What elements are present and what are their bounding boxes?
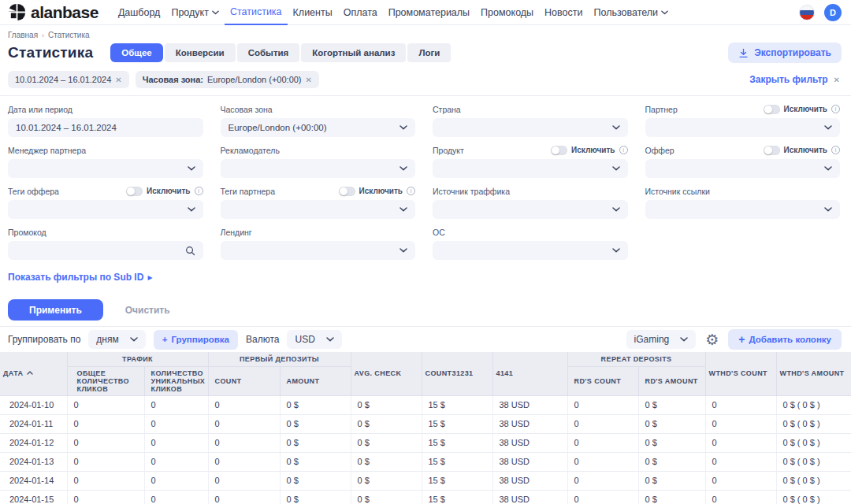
nav-item-4[interactable]: Оплата <box>338 0 383 25</box>
export-button[interactable]: Экспортировать <box>728 43 842 63</box>
tab-3[interactable]: Когортный анализ <box>301 43 406 62</box>
filter-field-12[interactable] <box>8 241 203 260</box>
chevron-down-icon <box>188 207 195 212</box>
clear-button[interactable]: Очистить <box>116 305 180 316</box>
nav-item-6[interactable]: Промокоды <box>475 0 539 25</box>
user-avatar[interactable]: D <box>824 4 842 21</box>
column-header[interactable]: WTHD'S AMOUNT <box>776 352 851 395</box>
close-icon[interactable]: ✕ <box>834 76 840 84</box>
nav-item-3[interactable]: Клиенты <box>288 0 338 25</box>
filter-5: Рекламодатель <box>221 144 416 178</box>
preset-select[interactable]: iGaming <box>626 330 697 349</box>
column-header[interactable]: ДАТА <box>0 352 67 395</box>
column-header[interactable]: КОЛИЧЕСТВО УНИКАЛЬНЫХ КЛИКОВ <box>144 366 208 395</box>
column-header[interactable]: COUNT <box>208 366 280 395</box>
column-header[interactable]: RD'S AMOUNT <box>638 366 705 395</box>
group-by-label: Группировать по <box>8 334 80 345</box>
column-header[interactable]: AVG. CHECK <box>351 352 422 395</box>
filter-label: Дата или период <box>8 105 72 114</box>
exclude-toggle[interactable] <box>764 105 780 114</box>
filter-field-8[interactable] <box>8 200 203 219</box>
page-title: Статистика <box>8 44 93 61</box>
chevron-down-icon <box>824 166 832 171</box>
filter-field-10[interactable] <box>433 200 628 219</box>
filter-field-9[interactable] <box>221 200 416 219</box>
chip-remove-icon[interactable]: ✕ <box>115 76 121 84</box>
chip-remove-icon[interactable]: ✕ <box>306 76 312 84</box>
info-icon[interactable]: i <box>407 187 415 195</box>
filter-field-3[interactable] <box>645 118 841 137</box>
filter-field-0[interactable]: 10.01.2024 – 16.01.2024 <box>8 118 203 137</box>
tab-2[interactable]: События <box>237 43 300 62</box>
info-icon[interactable]: i <box>195 187 203 195</box>
apply-button[interactable]: Применить <box>8 299 103 321</box>
value-cell: 0 <box>67 433 144 452</box>
value-cell: 0 $ ( 0 $ ) <box>776 395 851 414</box>
subid-filters-link[interactable]: Показать фильтры по Sub ID ▸ <box>8 272 152 283</box>
info-icon[interactable]: i <box>619 146 628 154</box>
filter-field-13[interactable] <box>221 241 416 260</box>
filter-field-11[interactable] <box>645 200 841 219</box>
nav-item-7[interactable]: Новости <box>539 0 588 25</box>
filters-panel: Дата или период10.01.2024 – 16.01.2024Ча… <box>0 96 851 260</box>
add-column-button[interactable]: + Добавить колонку <box>728 329 842 350</box>
table-row: 2024-01-100000 $0 $15 $38 USD00 $00 $ ( … <box>0 395 851 414</box>
value-cell: 0 <box>144 395 208 414</box>
value-cell: 0 <box>144 414 208 433</box>
info-icon[interactable]: i <box>831 105 840 113</box>
nav-item-0[interactable]: Дашборд <box>113 0 166 25</box>
value-cell: 0 <box>567 433 638 452</box>
language-flag-icon[interactable] <box>799 5 815 20</box>
close-filter-link[interactable]: Закрыть фильтр ✕ <box>749 74 840 85</box>
chevron-down-icon <box>612 207 620 212</box>
breadcrumb-home[interactable]: Главная <box>8 31 38 39</box>
filter-12: Промокод <box>8 226 203 260</box>
nav-item-2[interactable]: Статистика <box>225 0 288 25</box>
filter-label: Теги оффера <box>8 187 59 196</box>
value-cell: 0 $ <box>280 490 351 504</box>
exclude-toggle[interactable] <box>764 146 780 155</box>
brand-logo[interactable]: alanbase <box>8 3 98 22</box>
exclude-toggle[interactable] <box>339 187 355 196</box>
filter-10: Источник траффика <box>433 185 628 219</box>
exclude-toggle[interactable] <box>126 187 143 196</box>
filter-0: Дата или период10.01.2024 – 16.01.2024 <box>8 103 203 137</box>
nav-item-8[interactable]: Пользователи <box>588 0 674 25</box>
value-cell: 0 <box>705 452 776 471</box>
filter-field-2[interactable] <box>433 118 628 137</box>
group-by-select[interactable]: дням <box>88 330 145 349</box>
filter-field-5[interactable] <box>221 159 416 178</box>
add-grouping-button[interactable]: + Группировка <box>154 330 238 350</box>
value-cell: 0 <box>208 395 280 414</box>
tab-0[interactable]: Общее <box>110 43 163 62</box>
column-header[interactable]: AMOUNT <box>280 366 351 395</box>
filter-label: Рекламодатель <box>221 146 280 155</box>
column-header[interactable]: ОБЩЕЕ КОЛИЧЕСТВО КЛИКОВ <box>67 366 144 395</box>
filter-label: Оффер <box>645 146 674 155</box>
filter-field-4[interactable] <box>8 159 203 178</box>
value-cell: 0 $ <box>638 414 705 433</box>
value-cell: 0 <box>208 414 280 433</box>
value-cell: 0 <box>67 414 144 433</box>
exclude-label: Исключить <box>359 187 403 195</box>
nav-item-5[interactable]: Промоматериалы <box>383 0 475 25</box>
column-header[interactable]: RD'S COUNT <box>567 366 638 395</box>
tab-1[interactable]: Конверсии <box>165 43 236 62</box>
filter-field-7[interactable] <box>645 159 841 178</box>
filter-label: Лендинг <box>221 228 252 237</box>
value-cell: 0 <box>144 471 208 490</box>
exclude-toggle[interactable] <box>551 146 567 155</box>
export-button-label: Экспортировать <box>754 47 831 58</box>
column-header[interactable]: COUNT31231 <box>422 352 492 395</box>
filter-field-14[interactable] <box>433 241 628 260</box>
gear-icon[interactable]: ⚙ <box>705 332 719 347</box>
nav-item-1[interactable]: Продукт <box>165 0 225 25</box>
column-header[interactable]: WTHD'S COUNT <box>705 352 776 395</box>
currency-select[interactable]: USD <box>287 330 341 349</box>
chevron-down-icon <box>326 337 334 342</box>
filter-field-1[interactable]: Europe/London (+00:00) <box>221 118 416 137</box>
filter-field-6[interactable] <box>433 159 628 178</box>
column-header[interactable]: 4141 <box>492 352 567 395</box>
tab-4[interactable]: Логи <box>407 43 451 62</box>
info-icon[interactable]: i <box>831 146 840 154</box>
